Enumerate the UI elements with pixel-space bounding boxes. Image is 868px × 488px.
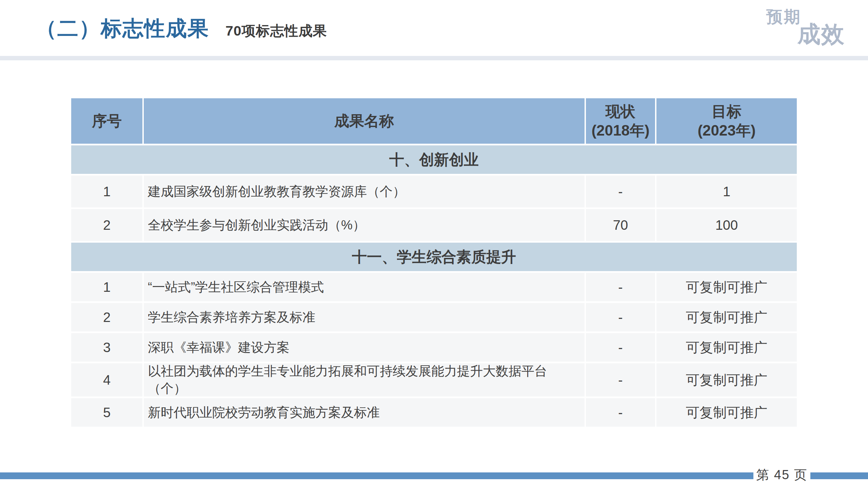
cell-status: - (586, 363, 655, 396)
cell-name: 以社团为载体的学生非专业能力拓展和可持续发展能力提升大数据平台（个） (144, 363, 585, 396)
cell-target: 可复制可推广 (656, 333, 797, 362)
cell-no: 2 (71, 303, 142, 331)
cell-no: 2 (71, 209, 142, 241)
cell-target: 可复制可推广 (656, 303, 797, 331)
page-title: （二）标志性成果 (36, 14, 209, 43)
cell-no: 3 (71, 333, 142, 362)
cell-name: 深职《幸福课》建设方案 (144, 333, 585, 362)
slide: { "header": { "title": "（二）标志性成果", "subt… (0, 0, 868, 488)
section-header: 十、创新创业 (71, 145, 797, 174)
cell-name: 新时代职业院校劳动教育实施方案及标准 (144, 398, 585, 427)
footer-bar (0, 472, 868, 479)
watermark-line2: 成效 (797, 22, 845, 45)
cell-status: 70 (586, 209, 655, 241)
column-header-no: 序号 (71, 98, 142, 144)
table-row: 1建成国家级创新创业教教育教学资源库（个）-1 (71, 176, 797, 207)
cell-status: - (586, 333, 655, 362)
column-header-name: 成果名称 (144, 98, 585, 144)
cell-target: 可复制可推广 (656, 363, 797, 396)
table-row: 2全校学生参与创新创业实践活动（%）70100 (71, 209, 797, 241)
results-table: 序号成果名称现状(2018年)目标(2023年)十、创新创业1建成国家级创新创业… (71, 98, 797, 427)
cell-target: 可复制可推广 (656, 398, 797, 427)
cell-target: 100 (656, 209, 797, 241)
column-header-status: 现状(2018年) (586, 98, 655, 144)
column-header-line2: (2018年) (591, 121, 649, 140)
cell-status: - (586, 273, 655, 301)
table-row: 2学生综合素养培养方案及标准-可复制可推广 (71, 303, 797, 331)
cell-name: “一站式”学生社区综合管理模式 (144, 273, 585, 301)
cell-no: 4 (71, 363, 142, 396)
section-header: 十一、学生综合素质提升 (71, 243, 797, 271)
table-header-row: 序号成果名称现状(2018年)目标(2023年) (71, 98, 797, 144)
cell-status: - (586, 398, 655, 427)
cell-status: - (586, 303, 655, 331)
watermark: 预期 成效 (766, 9, 845, 45)
table-row: 5新时代职业院校劳动教育实施方案及标准-可复制可推广 (71, 398, 797, 427)
column-header-line1: 序号 (92, 111, 122, 130)
table-row: 4以社团为载体的学生非专业能力拓展和可持续发展能力提升大数据平台（个）-可复制可… (71, 363, 797, 396)
page-subtitle: 70项标志性成果 (225, 22, 327, 40)
page-number: 第 45 页 (753, 466, 810, 484)
cell-name: 全校学生参与创新创业实践活动（%） (144, 209, 585, 241)
cell-no: 1 (71, 273, 142, 301)
header-divider (0, 56, 868, 60)
cell-no: 1 (71, 176, 142, 207)
cell-name: 建成国家级创新创业教教育教学资源库（个） (144, 176, 585, 207)
column-header-target: 目标(2023年) (656, 98, 797, 144)
column-header-line1: 现状 (606, 102, 635, 121)
table-row: 3深职《幸福课》建设方案-可复制可推广 (71, 333, 797, 362)
cell-status: - (586, 176, 655, 207)
table-row: 1“一站式”学生社区综合管理模式-可复制可推广 (71, 273, 797, 301)
cell-name: 学生综合素养培养方案及标准 (144, 303, 585, 331)
page-header: （二）标志性成果 70项标志性成果 (36, 14, 327, 43)
cell-target: 可复制可推广 (656, 273, 797, 301)
column-header-line1: 目标 (712, 102, 742, 121)
column-header-line1: 成果名称 (334, 111, 394, 130)
cell-target: 1 (656, 176, 797, 207)
cell-no: 5 (71, 398, 142, 427)
column-header-line2: (2023年) (697, 121, 755, 140)
